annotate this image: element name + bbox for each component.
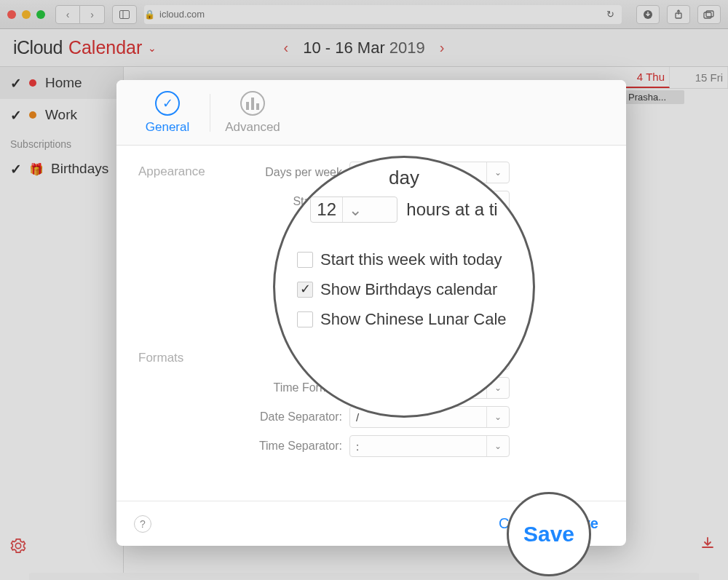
svg-rect-5 — [706, 11, 713, 17]
help-button[interactable]: ? — [134, 515, 151, 533]
checkbox-icon[interactable]: ✓ — [10, 107, 22, 124]
app-header: iCloud Calendar ⌄ ‹ 10 - 16 Mar 2019 › — [0, 29, 728, 67]
field-label: Date Separator: — [233, 410, 349, 424]
nav-back-forward: ‹ › — [55, 5, 105, 24]
close-icon[interactable] — [7, 10, 16, 19]
day-header-fri[interactable]: 15 Fri — [670, 67, 728, 88]
checkbox-icon[interactable]: ✓ — [10, 75, 22, 92]
forward-button[interactable]: › — [80, 5, 105, 24]
callout-save-zoom: Save — [507, 492, 591, 576]
select-value: / — [356, 411, 359, 424]
minimize-icon[interactable] — [22, 10, 31, 19]
calendar-color-icon — [29, 79, 36, 87]
section-label: Appearance — [138, 162, 233, 220]
checkbox-icon[interactable]: ✓ — [297, 282, 313, 298]
url-host: icloud.com — [159, 9, 205, 20]
checkbox-icon[interactable]: ✓ — [10, 161, 22, 178]
checkbox-icon[interactable] — [297, 252, 313, 268]
share-button[interactable] — [667, 5, 690, 24]
app-switch-chevron-icon[interactable]: ⌄ — [148, 42, 157, 54]
zoom-icon[interactable] — [36, 10, 45, 19]
save-label: Save — [523, 522, 574, 547]
sidebar-item-home[interactable]: ✓ Home — [0, 67, 123, 99]
checkbox-label: Show Chinese Lunar Cale — [320, 307, 507, 331]
tab-label: General — [131, 120, 204, 135]
page-ledge — [29, 573, 699, 580]
sidebar-item-work[interactable]: ✓ Work — [0, 99, 123, 131]
prev-week-button[interactable]: ‹ — [284, 39, 289, 56]
sidebar-item-birthdays[interactable]: ✓ 🎁 Birthdays — [0, 153, 123, 185]
toolbar-right — [636, 5, 721, 24]
event-chip[interactable]: Prasha... — [622, 90, 684, 104]
row-time-separator: Time Separator: : ⌄ — [233, 435, 597, 457]
select-value: 12 — [317, 196, 336, 223]
select-hours-visible[interactable]: 12 ⌄ — [310, 196, 397, 223]
calendar-color-icon — [29, 111, 36, 119]
svg-rect-0 — [120, 10, 130, 18]
modal-tabbar: ✓ General Advanced — [116, 80, 626, 146]
checkbox-row-lunar[interactable]: Show Chinese Lunar Cale — [284, 307, 524, 331]
select-time-separator[interactable]: : ⌄ — [349, 435, 510, 457]
checkbox-icon[interactable] — [297, 311, 313, 327]
tab-general[interactable]: ✓ General — [131, 91, 204, 135]
date-range-year: 2019 — [389, 39, 425, 57]
address-bar[interactable]: 🔒 icloud.com ↻ — [144, 5, 622, 24]
date-range-nav: ‹ 10 - 16 Mar 2019 › — [284, 39, 445, 57]
sidebar-item-label: Work — [45, 107, 77, 123]
select-value: : — [356, 440, 359, 453]
checkbox-label: Show Birthdays calendar — [320, 277, 497, 301]
day-thu-num: 4 — [637, 71, 643, 83]
browser-toolbar: ‹ › 🔒 icloud.com ↻ — [0, 0, 728, 29]
checkmark-circle-icon: ✓ — [155, 91, 180, 116]
sliders-icon — [240, 91, 265, 116]
callout-settings-zoom: day 12 ⌄ hours at a ti Start this week w… — [273, 156, 535, 418]
next-week-button[interactable]: › — [440, 39, 445, 56]
hours-suffix: hours at a ti — [406, 196, 497, 223]
brand-icloud: iCloud — [13, 37, 63, 58]
tab-divider — [210, 94, 210, 132]
tabs-button[interactable] — [697, 5, 721, 24]
window-controls — [7, 10, 45, 19]
day-thu-label: Thu — [646, 71, 665, 83]
checkbox-row-birthdays[interactable]: ✓ Show Birthdays calendar — [284, 277, 524, 301]
downloads-button[interactable] — [636, 5, 660, 24]
day-fri-label: 15 Fri — [695, 71, 723, 84]
tab-label: Advanced — [216, 120, 289, 135]
chevron-down-icon: ⌄ — [486, 162, 503, 183]
chevron-down-icon: ⌄ — [342, 197, 362, 222]
download-icon[interactable] — [700, 536, 715, 554]
section-label: Formats — [138, 348, 233, 464]
reload-icon[interactable]: ↻ — [606, 9, 622, 20]
subscriptions-heading: Subscriptions — [0, 131, 123, 153]
gift-icon: 🎁 — [29, 162, 44, 176]
tab-advanced[interactable]: Advanced — [216, 91, 289, 135]
sidebar-item-label: Home — [45, 75, 82, 91]
chevron-down-icon: ⌄ — [486, 407, 503, 427]
back-button[interactable]: ‹ — [55, 5, 80, 24]
sidebar-item-label: Birthdays — [51, 161, 108, 177]
calendars-sidebar: ✓ Home ✓ Work Subscriptions ✓ 🎁 Birthday… — [0, 67, 124, 580]
checkbox-label: Start this week with today — [320, 247, 502, 271]
field-label: Time Separator: — [233, 440, 349, 453]
lock-icon: 🔒 — [144, 9, 155, 20]
brand-calendar[interactable]: Calendar — [68, 37, 142, 58]
chevron-down-icon: ⌄ — [486, 436, 503, 456]
settings-button[interactable] — [10, 538, 26, 554]
date-range-main: 10 - 16 Mar — [303, 39, 385, 57]
sidebar-toggle-button[interactable] — [112, 5, 137, 24]
checkbox-row-start-today[interactable]: Start this week with today — [284, 247, 524, 271]
svg-rect-4 — [704, 12, 711, 18]
